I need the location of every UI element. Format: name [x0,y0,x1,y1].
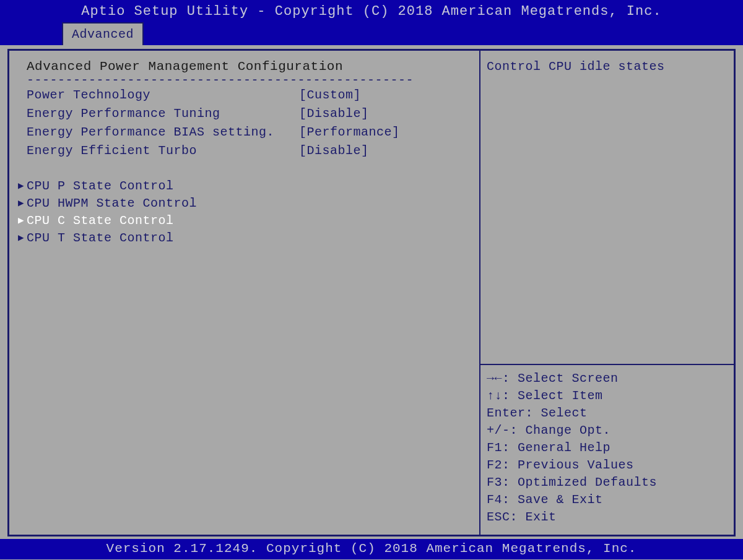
setting-value[interactable]: [Custom] [299,86,361,105]
submenu-cpu-p-state[interactable]: ▶ CPU P State Control [18,178,474,195]
setting-energy-perf-tuning[interactable]: Energy Performance Tuning [Disable] [18,105,474,123]
keyhelp-exit: ESC: Exit [487,509,728,526]
keyhelp-select-screen: →←: Select Screen [487,370,728,387]
setting-power-technology[interactable]: Power Technology [Custom] [18,86,474,105]
horizontal-divider [480,364,734,365]
setting-value[interactable]: [Disable] [299,105,369,123]
help-pane: Control CPU idle states →←: Select Scree… [480,49,736,536]
submenu-label: CPU T State Control [27,230,174,247]
setting-energy-perf-bias[interactable]: Energy Performance BIAS setting. [Perfor… [18,123,474,142]
submenu-label: CPU C State Control [27,212,174,230]
chevron-right-icon: ▶ [18,178,27,195]
bios-footer: Version 2.17.1249. Copyright (C) 2018 Am… [0,539,743,559]
key-help-block: →←: Select Screen ↑↓: Select Item Enter:… [487,370,728,526]
keyhelp-change-opt: +/-: Change Opt. [487,422,728,439]
chevron-right-icon: ▶ [18,230,27,247]
section-divider: ----------------------------------------… [18,76,474,85]
chevron-right-icon: ▶ [18,212,27,230]
setting-label: Energy Performance BIAS setting. [27,123,299,142]
keyhelp-select: Enter: Select [487,405,728,422]
item-help-text: Control CPU idle states [487,59,728,361]
main-area: Advanced Power Management Configuration … [0,45,743,539]
chevron-right-icon: ▶ [18,195,27,212]
submenu-label: CPU HWPM State Control [27,195,197,212]
keyhelp-optimized-defaults: F3: Optimized Defaults [487,474,728,491]
submenu-cpu-c-state[interactable]: ▶ CPU C State Control [18,212,474,230]
setting-label: Power Technology [27,86,299,105]
setting-value[interactable]: [Performance] [299,123,400,142]
setting-energy-efficient-turbo[interactable]: Energy Efficient Turbo [Disable] [18,142,474,160]
settings-pane: Advanced Power Management Configuration … [7,49,480,536]
keyhelp-save-exit: F4: Save & Exit [487,491,728,509]
section-title: Advanced Power Management Configuration [18,59,474,74]
submenu-cpu-t-state[interactable]: ▶ CPU T State Control [18,230,474,247]
keyhelp-select-item: ↑↓: Select Item [487,387,728,405]
submenu-label: CPU P State Control [27,178,174,195]
setting-label: Energy Efficient Turbo [27,142,299,160]
setting-value[interactable]: [Disable] [299,142,369,160]
keyhelp-previous-values: F2: Previous Values [487,457,728,474]
setting-label: Energy Performance Tuning [27,105,299,123]
submenu-cpu-hwpm-state[interactable]: ▶ CPU HWPM State Control [18,195,474,212]
tab-bar: Advanced [0,23,743,45]
keyhelp-general-help: F1: General Help [487,439,728,457]
bios-titlebar: Aptio Setup Utility - Copyright (C) 2018… [0,0,743,23]
tab-advanced[interactable]: Advanced [62,22,144,45]
spacer [18,160,474,178]
